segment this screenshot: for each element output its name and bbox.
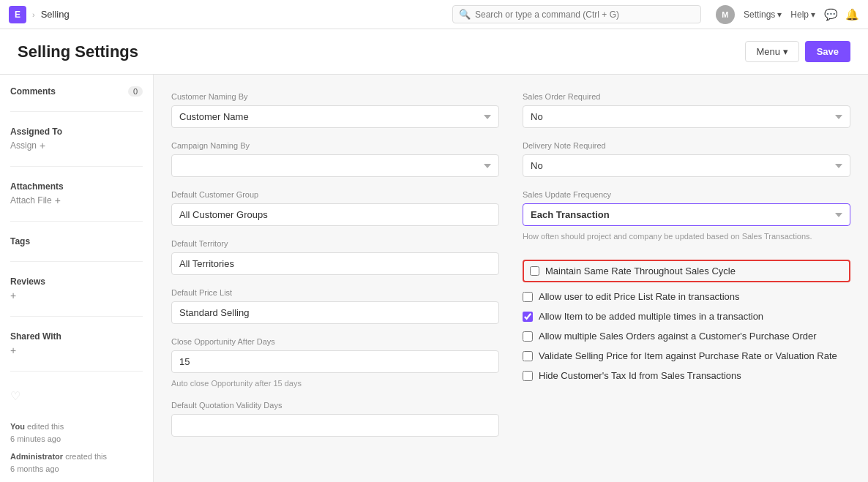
reviews-add-link[interactable]: + bbox=[10, 290, 143, 301]
hide-tax-checkbox[interactable] bbox=[523, 371, 533, 381]
sidebar-reviews-section: Reviews + bbox=[10, 276, 143, 301]
default-territory-label: Default Territory bbox=[171, 239, 499, 248]
sidebar-comments-header: Comments 0 bbox=[10, 86, 143, 97]
attach-file-link[interactable]: Attach File + bbox=[10, 195, 143, 206]
attach-plus-icon: + bbox=[55, 195, 61, 206]
sales-update-hint: How often should project and company be … bbox=[523, 232, 850, 241]
sidebar-shared-label: Shared With bbox=[10, 331, 143, 342]
customer-naming-by-group: Customer Naming By Customer Name Naming … bbox=[171, 92, 499, 128]
default-price-list-input[interactable] bbox=[171, 301, 499, 324]
default-price-list-group: Default Price List bbox=[171, 288, 499, 324]
chat-icon[interactable]: 💬 bbox=[824, 8, 838, 21]
assign-link[interactable]: Assign + bbox=[10, 140, 143, 151]
activity-2: Administrator created this 6 months ago bbox=[10, 451, 143, 475]
close-opportunity-group: Close Opportunity After Days Auto close … bbox=[171, 337, 499, 388]
validate-selling-checkbox-item: Validate Selling Price for Item against … bbox=[523, 350, 850, 361]
activity-1: You edited this 6 minutes ago bbox=[10, 421, 143, 445]
menu-button[interactable]: Menu ▾ bbox=[745, 41, 798, 62]
save-button[interactable]: Save bbox=[805, 41, 850, 62]
checkbox-section: Maintain Same Rate Throughout Sales Cycl… bbox=[523, 260, 850, 381]
sidebar-tags-section: Tags bbox=[10, 236, 143, 246]
topbar: E › Selling 🔍 M Settings ▾ Help ▾ 💬 🔔 bbox=[0, 0, 868, 29]
default-territory-group: Default Territory bbox=[171, 239, 499, 275]
allow-edit-checkbox-item: Allow user to edit Price List Rate in tr… bbox=[523, 291, 850, 302]
assign-plus-icon: + bbox=[40, 140, 45, 151]
settings-menu[interactable]: Settings ▾ bbox=[744, 10, 782, 20]
sales-order-required-label: Sales Order Required bbox=[523, 92, 850, 101]
allow-edit-checkbox[interactable] bbox=[523, 292, 533, 302]
delivery-note-required-select[interactable]: No Yes bbox=[523, 154, 850, 177]
allow-item-checkbox[interactable] bbox=[523, 312, 533, 322]
activity-1-time: 6 minutes ago bbox=[10, 434, 61, 443]
help-chevron-icon: ▾ bbox=[811, 10, 815, 20]
avatar: M bbox=[716, 5, 735, 24]
divider-5 bbox=[10, 316, 143, 317]
app-icon: E bbox=[9, 6, 26, 23]
heart-icon[interactable]: ♡ bbox=[10, 389, 143, 403]
form-grid: Customer Naming By Customer Name Naming … bbox=[171, 92, 850, 437]
divider-2 bbox=[10, 166, 143, 167]
search-input[interactable] bbox=[475, 10, 695, 20]
sidebar: Comments 0 Assigned To Assign + Attachme… bbox=[0, 75, 154, 482]
campaign-naming-by-select[interactable]: Campaign Name Naming Series bbox=[171, 154, 499, 177]
main-layout: Comments 0 Assigned To Assign + Attachme… bbox=[0, 75, 868, 482]
notification-icon[interactable]: 🔔 bbox=[845, 8, 859, 21]
allow-multiple-so-checkbox-item: Allow multiple Sales Orders against a Cu… bbox=[523, 331, 850, 342]
activity-2-text: created this bbox=[65, 452, 107, 461]
campaign-naming-by-label: Campaign Naming By bbox=[171, 141, 499, 150]
hide-tax-checkbox-item: Hide Customer's Tax Id from Sales Transa… bbox=[523, 370, 850, 381]
sales-update-frequency-select[interactable]: Each Transaction Monthly Quarterly bbox=[523, 203, 850, 226]
sales-update-frequency-label: Sales Update Frequency bbox=[523, 190, 850, 199]
left-column: Customer Naming By Customer Name Naming … bbox=[171, 92, 499, 437]
sidebar-comments-label: Comments bbox=[10, 86, 56, 97]
maintain-rate-label: Maintain Same Rate Throughout Sales Cycl… bbox=[545, 266, 736, 276]
divider-3 bbox=[10, 221, 143, 222]
topbar-icons: 💬 🔔 bbox=[824, 8, 859, 21]
validate-selling-checkbox[interactable] bbox=[523, 351, 533, 361]
quotation-validity-input[interactable] bbox=[171, 414, 499, 437]
page-actions: Menu ▾ Save bbox=[745, 41, 850, 62]
sidebar-assigned-label: Assigned To bbox=[10, 127, 143, 137]
allow-multiple-so-checkbox[interactable] bbox=[523, 331, 533, 342]
sales-update-frequency-group: Sales Update Frequency Each Transaction … bbox=[523, 190, 850, 241]
default-customer-group-input[interactable] bbox=[171, 203, 499, 226]
sales-order-required-select[interactable]: No Yes bbox=[523, 105, 850, 128]
allow-edit-label: Allow user to edit Price List Rate in tr… bbox=[539, 291, 740, 302]
page-header: Selling Settings Menu ▾ Save bbox=[0, 29, 868, 75]
close-opportunity-input[interactable] bbox=[171, 350, 499, 373]
breadcrumb-chevron: › bbox=[32, 10, 35, 19]
allow-item-checkbox-item: Allow Item to be added multiple times in… bbox=[523, 311, 850, 322]
customer-naming-by-select[interactable]: Customer Name Naming Series Auto Name bbox=[171, 105, 499, 128]
quotation-validity-label: Default Quotation Validity Days bbox=[171, 401, 499, 410]
validate-selling-label: Validate Selling Price for Item against … bbox=[539, 350, 837, 361]
divider-4 bbox=[10, 261, 143, 262]
activity-2-time: 6 months ago bbox=[10, 464, 59, 473]
sidebar-assigned-section: Assigned To Assign + bbox=[10, 127, 143, 151]
close-opportunity-label: Close Opportunity After Days bbox=[171, 337, 499, 346]
maintain-rate-checkbox-item: Maintain Same Rate Throughout Sales Cycl… bbox=[523, 260, 850, 282]
customer-naming-by-label: Customer Naming By bbox=[171, 92, 499, 101]
campaign-naming-by-group: Campaign Naming By Campaign Name Naming … bbox=[171, 141, 499, 177]
allow-item-label: Allow Item to be added multiple times in… bbox=[539, 311, 763, 322]
main-content: Customer Naming By Customer Name Naming … bbox=[154, 75, 868, 482]
sidebar-attachments-section: Attachments Attach File + bbox=[10, 181, 143, 206]
activity-2-actor: Administrator bbox=[10, 452, 63, 461]
delivery-note-required-label: Delivery Note Required bbox=[523, 141, 850, 150]
help-menu[interactable]: Help ▾ bbox=[790, 10, 815, 20]
default-price-list-label: Default Price List bbox=[171, 288, 499, 297]
shared-add-link[interactable]: + bbox=[10, 344, 143, 356]
sidebar-shared-section: Shared With + bbox=[10, 331, 143, 356]
settings-chevron-icon: ▾ bbox=[777, 10, 782, 20]
hide-tax-label: Hide Customer's Tax Id from Sales Transa… bbox=[539, 370, 741, 381]
search-bar[interactable]: 🔍 bbox=[452, 5, 701, 23]
reviews-plus-icon: + bbox=[10, 290, 16, 301]
divider-6 bbox=[10, 371, 143, 372]
breadcrumb-title: Selling bbox=[41, 9, 70, 20]
default-territory-input[interactable] bbox=[171, 252, 499, 275]
maintain-rate-checkbox[interactable] bbox=[530, 266, 539, 276]
default-customer-group-label: Default Customer Group bbox=[171, 190, 499, 199]
right-column: Sales Order Required No Yes Delivery Not… bbox=[523, 92, 850, 437]
sidebar-comments-count: 0 bbox=[128, 86, 143, 97]
divider-1 bbox=[10, 111, 143, 112]
sidebar-comments-section: Comments 0 bbox=[10, 86, 143, 97]
